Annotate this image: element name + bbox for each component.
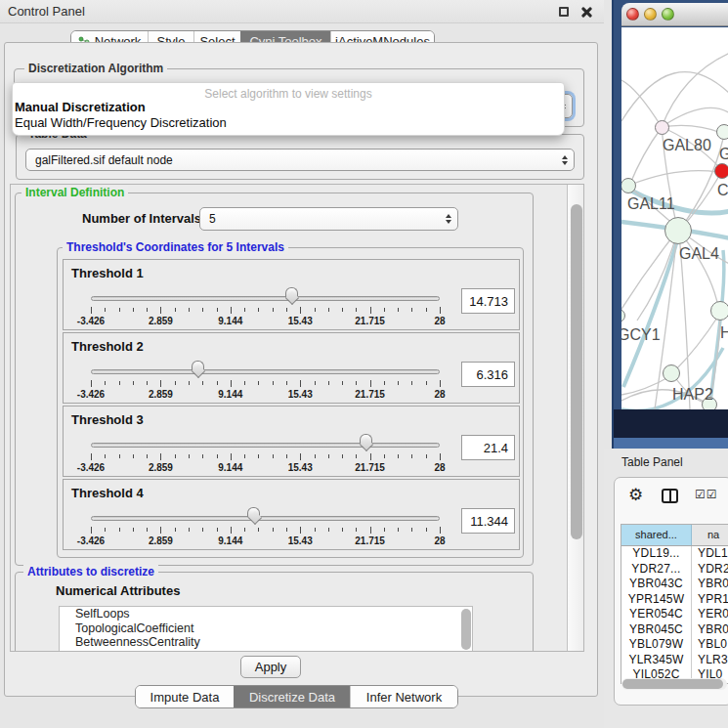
gear-icon[interactable]: ⚙ — [628, 485, 643, 505]
slider-ticks — [91, 453, 440, 461]
table-data-combobox[interactable]: galFiltered.sif default node — [25, 149, 575, 171]
slider-handle[interactable] — [192, 361, 204, 371]
threshold-value-box[interactable]: 11.344 — [461, 508, 515, 534]
column-header-shared-name[interactable]: shared... — [621, 525, 692, 545]
tab-discretize-data[interactable]: Discretize Data — [234, 686, 350, 707]
scale-label: 21.715 — [355, 535, 385, 546]
table-row[interactable]: YPR145WYPR1 — [621, 592, 728, 608]
scale-label: -3.426 — [77, 389, 105, 400]
slider-track[interactable] — [91, 369, 440, 374]
scale-label: 28 — [434, 535, 445, 546]
list-scrollbar-thumb[interactable] — [461, 609, 471, 650]
horizontal-scrollbar[interactable] — [621, 678, 727, 690]
scrollbar-thumb[interactable] — [571, 204, 582, 539]
float-window-icon[interactable] — [559, 7, 569, 17]
vertical-scrollbar[interactable] — [567, 185, 584, 652]
window-shadow-strip — [614, 409, 728, 438]
cell-shared-name: YDR27... — [621, 562, 692, 578]
threshold-value-box[interactable]: 14.713 — [461, 288, 515, 314]
scale-label: 21.715 — [355, 389, 385, 400]
menu-item-equal-width-frequency[interactable]: Equal Width/Frequency Discretization — [15, 115, 227, 130]
close-traffic-light-icon[interactable] — [626, 8, 639, 21]
slider-ticks — [91, 527, 440, 535]
network-view-window: GAL80GCGAL11GAL4HGCY1HAP2 — [621, 3, 728, 409]
network-node[interactable] — [655, 120, 669, 135]
network-node[interactable] — [664, 217, 692, 244]
group-label: Attributes to discretize — [23, 565, 158, 578]
menu-item-manual-discretization[interactable]: Manual Discretization — [15, 100, 146, 114]
table-panel-body: ⚙ ☑☑ shared... na YDL19...YDL1YDR27...YD… — [614, 477, 728, 706]
scale-label: 2.859 — [149, 316, 173, 326]
close-icon[interactable] — [581, 7, 592, 18]
network-node[interactable] — [716, 124, 728, 140]
scale-label: 2.859 — [149, 462, 173, 473]
checkbox-icons[interactable]: ☑☑ — [695, 488, 718, 501]
slider-handle[interactable] — [247, 507, 260, 518]
cytoscape-desktop: GAL80GCGAL11GAL4HGCY1HAP2 — [612, 0, 728, 449]
threshold-label: Threshold 4 — [71, 486, 144, 500]
table-row[interactable]: YER054CYER0 — [621, 607, 728, 622]
desktop-band — [614, 438, 728, 449]
tab-label: Discretize Data — [249, 690, 335, 705]
cell-shared-name: YBR043C — [621, 577, 692, 592]
table-row[interactable]: YBR045CYBR0 — [621, 622, 728, 638]
slider-handle[interactable] — [285, 287, 298, 298]
checkbox-icon: ☑ — [695, 488, 707, 501]
zoom-traffic-light-icon[interactable] — [662, 8, 674, 21]
tab-infer-network[interactable]: Infer Network — [350, 686, 457, 707]
num-intervals-value: 5 — [209, 212, 216, 226]
list-item[interactable]: BetweennessCentrality — [60, 635, 472, 650]
cell-name: YPR1 — [692, 592, 728, 608]
scale-label: 2.859 — [149, 535, 173, 546]
scale-label: 28 — [434, 462, 445, 473]
slider-track[interactable] — [91, 443, 440, 448]
node-label: GAL4 — [679, 245, 719, 263]
split-columns-icon[interactable] — [662, 489, 678, 503]
threshold-panel: Threshold 2 -3.4262.8599.14415.4321.7152… — [63, 332, 520, 404]
group-label: Interval Definition — [21, 186, 128, 199]
slider-scale: -3.4262.8599.14415.4321.71528 — [91, 389, 440, 401]
slider-track[interactable] — [91, 296, 440, 301]
table-row[interactable]: YBR043CYBR0 — [621, 577, 728, 592]
scale-label: 15.43 — [288, 389, 313, 400]
scale-label: 9.144 — [218, 462, 242, 473]
node-label: HAP2 — [672, 386, 713, 404]
attributes-group: Attributes to discretize Numerical Attri… — [15, 572, 534, 652]
scale-label: 15.43 — [288, 535, 313, 546]
checkbox-icon: ☑ — [707, 488, 718, 501]
node-label: GAL11 — [627, 195, 675, 213]
scrollbar-thumb[interactable] — [622, 679, 723, 689]
numerical-attributes-list[interactable]: SelfLoopsTopologicalCoefficientBetweenne… — [59, 606, 473, 652]
table-row[interactable]: YDR27...YDR2 — [621, 562, 728, 578]
cell-shared-name: YPR145W — [621, 592, 692, 608]
threshold-value-box[interactable]: 21.4 — [461, 435, 515, 460]
algorithm-dropdown-popup: Select algorithm to view settings Manual… — [12, 82, 565, 136]
apply-button[interactable]: Apply — [240, 656, 301, 678]
slider-track[interactable] — [91, 516, 440, 521]
threshold-panel: Threshold 3 -3.4262.8599.14415.4321.7152… — [63, 406, 520, 477]
table-row[interactable]: YDL19...YDL1 — [621, 546, 728, 562]
network-canvas[interactable]: GAL80GCGAL11GAL4HGCY1HAP2 — [621, 27, 728, 409]
network-node[interactable] — [714, 163, 728, 179]
list-item[interactable]: SelfLoops — [60, 607, 472, 621]
tab-impute-data[interactable]: Impute Data — [136, 686, 234, 707]
slider-handle[interactable] — [360, 434, 372, 445]
scale-label: -3.426 — [77, 462, 105, 473]
network-node[interactable] — [663, 364, 680, 382]
tab-label: Infer Network — [366, 690, 442, 705]
table-row[interactable]: YBL079WYBL0 — [621, 637, 728, 653]
column-header-name[interactable]: na — [692, 525, 728, 545]
minimize-traffic-light-icon[interactable] — [644, 8, 657, 21]
node-label: GAL80 — [663, 137, 711, 154]
network-node[interactable] — [710, 301, 728, 321]
scale-label: 9.144 — [218, 535, 242, 546]
settings-scrollpane: Interval Definition Number of Intervals … — [10, 184, 584, 652]
slider-ticks — [91, 380, 440, 388]
cell-name: YBL0 — [692, 637, 728, 653]
threshold-value-box[interactable]: 6.316 — [461, 362, 515, 387]
table-row[interactable]: YLR345WYLR3 — [621, 653, 728, 668]
threshold-list: Threshold 1 -3.4262.8599.14415.4321.7152… — [62, 259, 521, 550]
cell-name: YBR0 — [692, 577, 728, 592]
num-intervals-combobox[interactable]: 5 — [199, 207, 458, 231]
list-item[interactable]: TopologicalCoefficient — [60, 621, 472, 636]
